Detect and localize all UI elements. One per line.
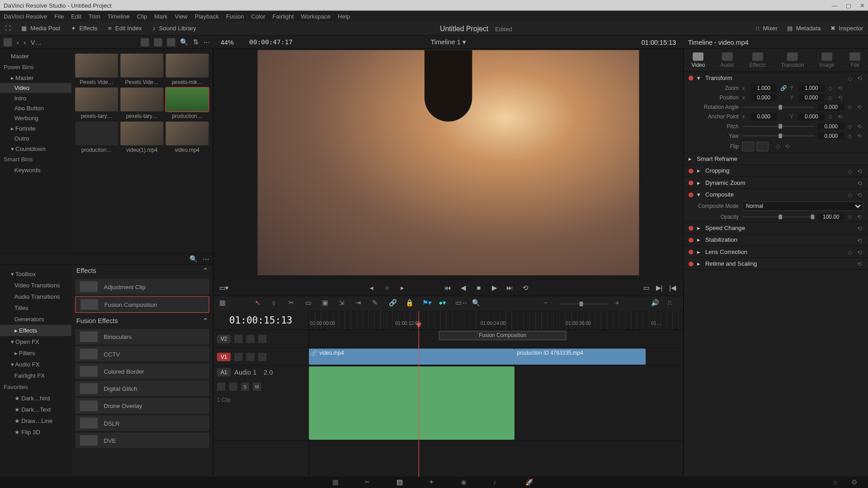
page-fairlight-icon[interactable]: ♪ (493, 479, 504, 487)
view-mode-icon[interactable]: ▭▾ (219, 283, 229, 292)
bin-view-icon[interactable] (4, 38, 12, 46)
timeline-body[interactable]: 01:00:00:00 01:00:12:00 01:00:24:00 01:0… (309, 311, 683, 477)
composite-mode-select[interactable]: Normal (742, 202, 863, 211)
link-icon[interactable]: 🔗 (389, 299, 398, 308)
more-icon[interactable]: ⋯ (203, 38, 210, 46)
clip-fusion-composition[interactable]: Fusion Composition (439, 331, 566, 340)
step-l-icon[interactable]: |◀ (668, 283, 677, 292)
nav-fwd-icon[interactable]: › (24, 38, 26, 46)
marker-icon[interactable]: ●▾ (439, 299, 448, 308)
arrow-tool-icon[interactable]: ↖ (255, 299, 264, 308)
solo-button[interactable]: S (241, 383, 249, 391)
fx-drone-overlay[interactable]: Drone Overlay (75, 398, 209, 413)
replace-icon[interactable]: ⇲ (339, 299, 348, 308)
thumb-clip[interactable]: pexels-mik… (166, 54, 209, 85)
fx-colored-border[interactable]: Colored Border (75, 363, 209, 379)
keyframe-icon[interactable]: ◇ (848, 75, 854, 80)
bin-master-top[interactable]: Master (0, 51, 71, 61)
append-icon[interactable]: ⇥ (355, 299, 365, 308)
marker-nav-icon[interactable]: ○ (382, 283, 392, 292)
blade-tool-icon[interactable]: ✂ (288, 299, 298, 308)
lens-correction-header[interactable]: Lens Correction (705, 249, 747, 255)
collapse-icon[interactable]: ⌃ (203, 317, 208, 325)
dynamic-zoom-header[interactable]: Dynamic Zoom (705, 179, 745, 186)
razor-icon[interactable]: ✎ (372, 299, 382, 308)
lock-icon[interactable] (234, 334, 242, 343)
transform-header[interactable]: Transform (705, 75, 732, 81)
anchor-x-field[interactable]: 0.000 (750, 113, 777, 121)
fx-audio-transitions[interactable]: Audio Transitions (0, 291, 71, 302)
fx-toolbox[interactable]: ▾ Toolbox (0, 268, 71, 279)
fx-cctv[interactable]: CCTV (75, 346, 209, 361)
trim-tool-icon[interactable]: ⎀ (272, 299, 281, 308)
menu-file[interactable]: File (54, 13, 64, 19)
opacity-field[interactable]: 100.00 (818, 213, 844, 221)
project-settings-icon[interactable]: ⚙ (851, 479, 862, 487)
page-cut-icon[interactable]: ✂ (364, 479, 375, 487)
track-lane-v1[interactable]: 🔗 video.mp4 production ID 4763335.mp4 (309, 348, 683, 366)
disable-icon[interactable] (258, 352, 266, 361)
loop-icon[interactable]: ⟲ (520, 283, 530, 292)
fx-dslr[interactable]: DSLR (75, 415, 209, 431)
fav-item[interactable]: ★ Dark…Text (0, 404, 71, 415)
bin-intro[interactable]: Intro (0, 93, 71, 103)
zoom-y-field[interactable]: 1.000 (798, 84, 825, 92)
thumb-clip[interactable]: video(1).mp4 (120, 122, 163, 153)
menu-playback[interactable]: Playback (195, 13, 219, 19)
viewer[interactable] (213, 49, 683, 280)
match-frame-icon[interactable]: ▭ (642, 283, 651, 292)
lock-icon[interactable] (234, 352, 242, 361)
playhead[interactable] (419, 311, 419, 477)
bin-outro[interactable]: Outro (0, 133, 71, 143)
next-edit-icon[interactable]: ▸ (398, 283, 407, 292)
thumb-clip[interactable]: Pexels Vide… (120, 54, 163, 85)
fav-item[interactable]: ★ Draw…Line (0, 415, 71, 427)
rotation-field[interactable]: 0.000 (818, 103, 844, 111)
inspector-tab-image[interactable]: Image (820, 52, 835, 68)
fav-item[interactable]: ★ Dark…hird (0, 393, 71, 404)
metadata-toggle[interactable]: ▤ Metadata (787, 25, 821, 32)
first-frame-icon[interactable]: ⏮ (443, 283, 453, 292)
last-frame-icon[interactable]: ⏭ (505, 283, 514, 292)
timeline-ruler[interactable]: 01:00:00:00 01:00:12:00 01:00:24:00 01:0… (309, 311, 683, 330)
grid-view-icon[interactable] (154, 38, 162, 46)
zoom-percent[interactable]: 44% (221, 38, 234, 46)
search-icon[interactable]: 🔍 (180, 38, 188, 46)
inspector-tab-file[interactable]: File (849, 52, 860, 68)
flip-v-button[interactable] (756, 142, 768, 151)
inspector-toggle[interactable]: ✖ Inspector (830, 25, 863, 32)
menu-edit[interactable]: Edit (71, 13, 81, 19)
maximize-button[interactable]: ▢ (846, 2, 851, 9)
fav-item[interactable]: ★ Flip 3D (0, 427, 71, 438)
minimize-button[interactable]: — (832, 2, 838, 9)
menu-davinci[interactable]: DaVinci Resolve (4, 13, 47, 19)
fx-effects[interactable]: ▸ Effects (0, 325, 71, 336)
list-view-icon[interactable] (167, 38, 175, 46)
clip-video2[interactable]: production ID 4763335.mp4 (514, 348, 646, 365)
prev-edit-icon[interactable]: ◂ (367, 283, 376, 292)
yaw-field[interactable]: 0.000 (818, 132, 844, 140)
clip-video1[interactable]: 🔗 video.mp4 (309, 348, 514, 365)
auto-select-icon[interactable] (246, 352, 255, 361)
lock-icon[interactable]: 🔒 (406, 299, 415, 308)
menu-color[interactable]: Color (251, 13, 265, 19)
page-media-icon[interactable]: ▦ (332, 479, 343, 487)
zoom-x-field[interactable]: 1.000 (750, 84, 777, 92)
bin-countdown[interactable]: ▾ Countdown (0, 144, 71, 154)
cropping-header[interactable]: Cropping (705, 168, 730, 174)
close-button[interactable]: ✕ (860, 2, 865, 9)
menu-fusion[interactable]: Fusion (226, 13, 244, 19)
find-icon[interactable]: 🔍 (472, 299, 481, 308)
stop-icon[interactable]: ■ (474, 283, 483, 292)
fx-fairlight[interactable]: Fairlight FX (0, 370, 71, 381)
sound-library-toggle[interactable]: ♪ Sound Library (152, 25, 196, 32)
snap-icon[interactable]: ▭↔ (455, 299, 465, 308)
mute-button[interactable]: M (253, 383, 261, 391)
thumb-clip[interactable]: production… (75, 122, 118, 153)
lock-icon[interactable] (217, 383, 225, 391)
smart-reframe-header[interactable]: Smart Reframe (697, 155, 737, 162)
clip-audio1[interactable] (309, 366, 514, 440)
play-icon[interactable]: ▶ (490, 283, 499, 292)
fx-fusion-composition[interactable]: Fusion Composition (75, 296, 209, 313)
thumb-clip[interactable]: video.mp4 (166, 122, 209, 153)
